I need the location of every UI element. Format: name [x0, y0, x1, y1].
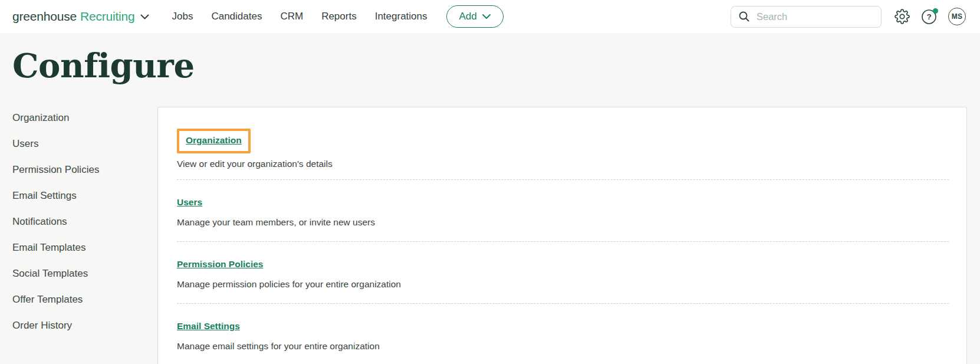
permission-policies-link[interactable]: Permission Policies: [177, 259, 263, 269]
chevron-down-icon: [140, 14, 149, 19]
page-title: Configure: [12, 46, 980, 86]
users-description: Manage your team members, or invite new …: [177, 217, 949, 228]
logo-brand-text: greenhouse: [12, 9, 77, 24]
section-organization: Organization View or edit your organizat…: [177, 117, 949, 179]
configure-sidebar: Organization Users Permission Policies E…: [12, 107, 157, 345]
search-input[interactable]: [757, 11, 874, 22]
sidebar-item-order-history[interactable]: Order History: [12, 319, 157, 332]
nav-item-reports[interactable]: Reports: [321, 11, 357, 22]
notification-dot: [933, 8, 938, 14]
email-settings-link[interactable]: Email Settings: [177, 321, 240, 331]
nav-item-candidates[interactable]: Candidates: [211, 11, 262, 22]
nav-item-crm[interactable]: CRM: [280, 11, 303, 22]
section-permission-policies: Permission Policies Manage permission po…: [177, 242, 949, 303]
settings-gear-icon[interactable]: [895, 9, 910, 24]
svg-text:?: ?: [926, 12, 931, 21]
add-button-label: Add: [459, 11, 477, 22]
configure-options-card: Organization View or edit your organizat…: [157, 107, 967, 364]
logo-product-text: Recruiting: [80, 9, 135, 24]
permission-policies-description: Manage permission policies for your enti…: [177, 278, 949, 290]
user-avatar[interactable]: MS: [948, 8, 966, 25]
main-nav: Jobs Candidates CRM Reports Integrations: [172, 11, 427, 22]
sidebar-item-permission-policies[interactable]: Permission Policies: [12, 163, 157, 176]
chevron-down-icon: [482, 14, 491, 19]
header-icon-group: ? MS: [895, 8, 966, 25]
sidebar-item-offer-templates[interactable]: Offer Templates: [12, 293, 157, 306]
greenhouse-logo[interactable]: greenhouse Recruiting: [12, 9, 149, 24]
section-email-settings: Email Settings Manage email settings for…: [177, 304, 949, 364]
search-icon: [738, 11, 750, 22]
organization-link[interactable]: Organization: [186, 135, 242, 145]
sidebar-item-notifications[interactable]: Notifications: [12, 215, 157, 228]
nav-item-integrations[interactable]: Integrations: [375, 11, 427, 22]
content-area: Organization Users Permission Policies E…: [0, 107, 980, 364]
sidebar-item-social-templates[interactable]: Social Templates: [12, 267, 157, 280]
organization-description: View or edit your organization's details: [177, 158, 949, 170]
add-button[interactable]: Add: [446, 5, 504, 28]
sidebar-item-email-templates[interactable]: Email Templates: [12, 241, 157, 254]
section-users: Users Manage your team members, or invit…: [177, 180, 949, 241]
sidebar-item-email-settings[interactable]: Email Settings: [12, 189, 157, 202]
sidebar-item-users[interactable]: Users: [12, 137, 157, 150]
email-settings-description: Manage email settings for your entire or…: [177, 340, 949, 352]
users-link[interactable]: Users: [177, 197, 202, 207]
highlight-annotation-box: Organization: [177, 129, 251, 153]
top-nav-bar: greenhouse Recruiting Jobs Candidates CR…: [0, 0, 980, 33]
nav-item-jobs[interactable]: Jobs: [172, 11, 193, 22]
sidebar-item-organization[interactable]: Organization: [12, 112, 157, 124]
global-search[interactable]: [731, 6, 882, 28]
